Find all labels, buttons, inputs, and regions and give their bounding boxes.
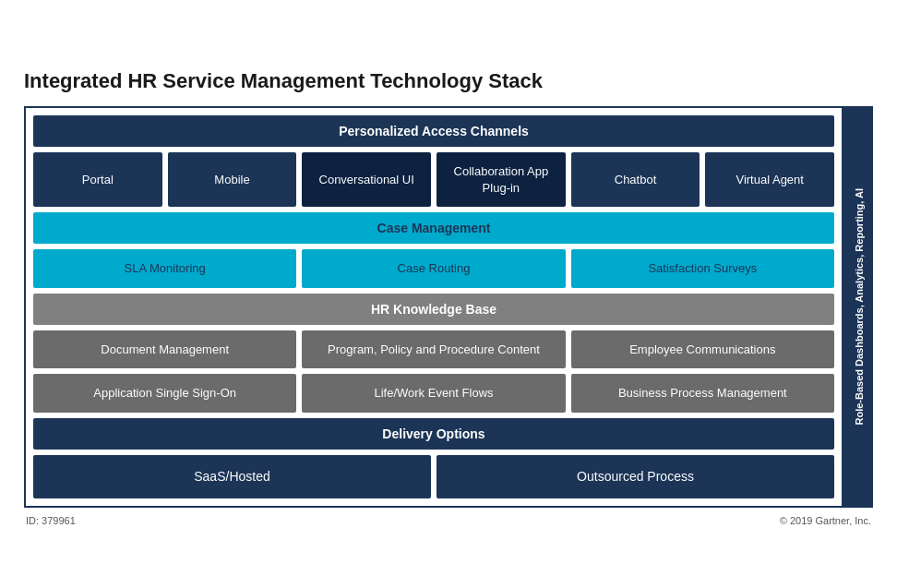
case-management-tiles: SLA Monitoring Case Routing Satisfaction… [33, 249, 834, 288]
footer-id: ID: 379961 [26, 515, 76, 526]
page-title: Integrated HR Service Management Technol… [24, 69, 873, 93]
tile-portal: Portal [33, 152, 162, 207]
tile-lifework-event-flows: Life/Work Event Flows [302, 374, 565, 413]
tile-application-sso: Application Single Sign-On [33, 374, 296, 413]
tile-mobile: Mobile [168, 152, 297, 207]
tile-case-routing: Case Routing [302, 249, 565, 288]
tile-virtual-agent: Virtual Agent [705, 152, 834, 207]
tile-satisfaction-surveys: Satisfaction Surveys [571, 249, 834, 288]
tile-program-policy: Program, Policy and Procedure Content [302, 330, 565, 369]
delivery-options-header: Delivery Options [33, 418, 834, 450]
sidebar-label-text: Role-Based Dashboards, Analytics, Report… [851, 181, 867, 433]
tile-conversational-ui: Conversational UI [302, 152, 431, 207]
access-channels-header: Personalized Access Channels [33, 115, 834, 147]
tile-business-process-mgmt: Business Process Management [571, 374, 834, 413]
tile-sla-monitoring: SLA Monitoring [33, 249, 296, 288]
tile-document-management: Document Management [33, 330, 296, 369]
sidebar: Role-Based Dashboards, Analytics, Report… [843, 106, 873, 508]
hr-knowledge-tiles-row2: Application Single Sign-On Life/Work Eve… [33, 374, 834, 413]
tile-chatbot: Chatbot [571, 152, 700, 207]
diagram-wrapper: Personalized Access Channels Portal Mobi… [24, 106, 873, 508]
case-management-header: Case Management [33, 212, 834, 244]
footer-copyright: © 2019 Gartner, Inc. [780, 515, 871, 526]
diagram-main: Personalized Access Channels Portal Mobi… [24, 106, 843, 508]
tile-collaboration-app: Collaboration App Plug-in [437, 152, 566, 207]
footer: ID: 379961 © 2019 Gartner, Inc. [24, 515, 873, 526]
tile-saas-hosted: SaaS/Hosted [33, 455, 431, 498]
delivery-tiles: SaaS/Hosted Outsourced Process [33, 455, 834, 498]
page-container: Integrated HR Service Management Technol… [15, 53, 882, 535]
tile-outsourced-process: Outsourced Process [437, 455, 834, 498]
hr-knowledge-header: HR Knowledge Base [33, 294, 834, 325]
access-channels-tiles: Portal Mobile Conversational UI Collabor… [33, 152, 834, 207]
hr-knowledge-tiles-row1: Document Management Program, Policy and … [33, 330, 834, 369]
tile-employee-communications: Employee Communications [571, 330, 834, 369]
